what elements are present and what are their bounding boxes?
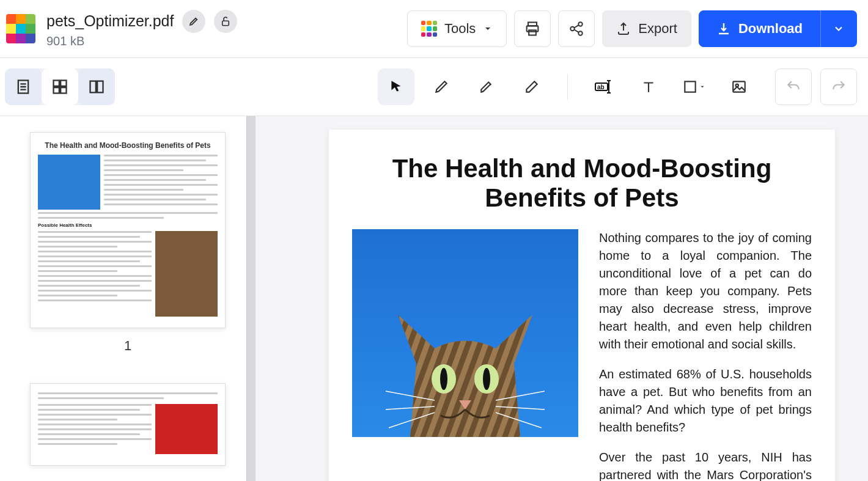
chevron-down-icon <box>833 23 845 35</box>
export-label: Export <box>638 21 677 37</box>
undo-button[interactable] <box>775 68 812 105</box>
document-text-column: Nothing compares to the joy of coming ho… <box>599 229 812 481</box>
erase-tool[interactable] <box>513 68 550 105</box>
page-single-icon <box>15 78 32 95</box>
document-viewer[interactable]: The Health and Mood-Boosting Benefits of… <box>256 116 868 481</box>
filename: pets_Optimizer.pdf <box>46 12 174 30</box>
redo-icon <box>831 79 847 95</box>
svg-rect-3 <box>529 30 536 35</box>
print-button[interactable] <box>514 10 551 47</box>
thumb-subheading: Possible Health Effects <box>38 222 218 229</box>
text-cursor-icon: ab <box>594 79 612 94</box>
text-tool[interactable] <box>630 68 667 105</box>
svg-point-22 <box>440 368 447 390</box>
highlighter-icon <box>479 79 495 95</box>
app-header: pets_Optimizer.pdf 901 kB Tools <box>0 0 868 58</box>
view-mode-group <box>5 68 115 105</box>
svg-rect-17 <box>733 81 745 92</box>
square-icon <box>682 79 698 95</box>
document-paragraph: Nothing compares to the joy of coming ho… <box>599 229 812 353</box>
app-logo[interactable] <box>6 14 35 43</box>
shape-tool[interactable] <box>675 68 712 105</box>
image-icon <box>731 79 747 95</box>
tools-logo-icon <box>421 21 437 37</box>
svg-rect-8 <box>54 81 59 86</box>
thumbnail-preview: The Health and Mood-Boosting Benefits of… <box>30 132 226 328</box>
view-two-page-button[interactable] <box>78 68 115 105</box>
download-label: Download <box>738 21 803 37</box>
highlight-tool[interactable] <box>468 68 505 105</box>
cat-illustration <box>380 290 551 437</box>
share-icon <box>568 21 584 37</box>
header-left: pets_Optimizer.pdf 901 kB <box>6 10 237 48</box>
pencil-icon <box>433 79 449 95</box>
thumb-title: The Health and Mood-Boosting Benefits of… <box>38 141 218 151</box>
document-hero-image <box>352 229 578 437</box>
pencil-icon <box>188 16 199 27</box>
view-grid-button[interactable] <box>42 68 78 105</box>
toolbar: ab <box>0 58 868 116</box>
svg-rect-0 <box>223 21 229 26</box>
svg-rect-16 <box>685 81 695 92</box>
redo-button[interactable] <box>820 68 857 105</box>
svg-rect-13 <box>97 81 103 93</box>
draw-tool[interactable] <box>423 68 460 105</box>
thumbnail-preview <box>30 383 226 466</box>
document-row: Nothing compares to the joy of coming ho… <box>352 229 812 481</box>
caret-down-icon <box>699 84 705 90</box>
main-area: The Health and Mood-Boosting Benefits of… <box>0 116 868 481</box>
download-icon <box>716 21 731 36</box>
text-icon <box>641 79 657 95</box>
svg-rect-9 <box>61 81 66 86</box>
download-options-button[interactable] <box>820 10 857 47</box>
svg-point-23 <box>483 368 490 390</box>
svg-text:ab: ab <box>597 84 605 90</box>
svg-rect-11 <box>61 87 66 93</box>
svg-rect-10 <box>54 87 59 93</box>
tools-label: Tools <box>444 21 476 37</box>
header-right: Tools Export Download <box>407 10 857 47</box>
document-title: The Health and Mood-Boosting Benefits of… <box>352 154 812 213</box>
grid-icon <box>51 78 68 95</box>
share-button[interactable] <box>558 10 595 47</box>
lock-button[interactable] <box>214 10 237 33</box>
cursor-icon <box>388 79 404 95</box>
svg-rect-12 <box>90 81 96 93</box>
thumbnail-sidebar[interactable]: The Health and Mood-Boosting Benefits of… <box>0 116 256 481</box>
rename-button[interactable] <box>182 10 205 33</box>
svg-point-5 <box>571 27 575 31</box>
thumb-page-number: 1 <box>124 338 131 354</box>
document-paragraph: Over the past 10 years, NIH has partnere… <box>599 449 812 481</box>
document-page-1: The Health and Mood-Boosting Benefits of… <box>329 130 835 481</box>
view-single-button[interactable] <box>5 68 42 105</box>
edit-tool-group: ab <box>378 68 757 105</box>
document-paragraph: An estimated 68% of U.S. households have… <box>599 365 812 436</box>
file-row: pets_Optimizer.pdf <box>46 10 237 33</box>
export-icon <box>616 21 631 36</box>
select-tool[interactable] <box>378 68 414 105</box>
caret-down-icon <box>483 24 493 34</box>
svg-point-4 <box>579 22 583 26</box>
print-icon <box>524 20 541 37</box>
svg-point-6 <box>579 31 583 35</box>
image-tool[interactable] <box>721 68 757 105</box>
thumbnail-page-2[interactable] <box>18 383 237 466</box>
export-button[interactable]: Export <box>602 10 691 47</box>
download-button[interactable]: Download <box>699 10 820 47</box>
eraser-icon <box>524 79 540 95</box>
file-meta: pets_Optimizer.pdf 901 kB <box>46 10 237 48</box>
history-group <box>775 68 857 105</box>
tools-button[interactable]: Tools <box>407 10 507 47</box>
filesize: 901 kB <box>46 34 237 48</box>
toolbar-divider <box>567 74 568 100</box>
thumbnail-page-1[interactable]: The Health and Mood-Boosting Benefits of… <box>18 132 237 354</box>
two-page-icon <box>88 78 105 95</box>
undo-icon <box>785 79 801 95</box>
sidebar-collapse-icon[interactable] <box>246 120 256 126</box>
unlock-icon <box>220 16 231 27</box>
text-edit-tool[interactable]: ab <box>585 68 622 105</box>
